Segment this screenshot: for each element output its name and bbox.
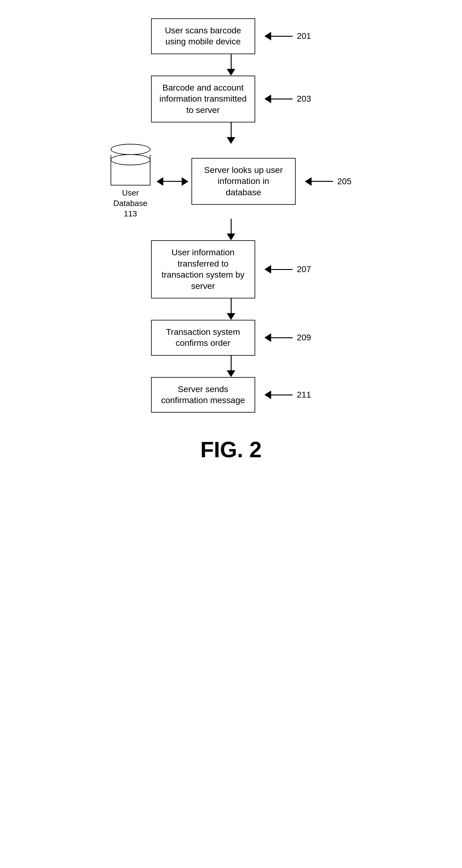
db-top <box>111 144 150 155</box>
arrowhead-down-201-203 <box>227 69 235 75</box>
arrowline-209 <box>271 337 293 338</box>
step-203-ref-group: 203 <box>264 94 311 104</box>
diagram-container: User scans barcode using mobile device 2… <box>0 0 462 480</box>
step-209-box: Transaction system confirms order <box>151 320 255 355</box>
step-203-box: Barcode and account information transmit… <box>151 75 255 122</box>
arrowhead-down-209-211 <box>227 370 235 377</box>
step-201-box: User scans barcode using mobile device <box>151 18 255 54</box>
step-203-label: Barcode and account information transmit… <box>159 83 247 115</box>
ref-201: 201 <box>297 31 311 41</box>
step-211-label: Server sends confirmation message <box>161 384 245 405</box>
arrowline-201 <box>271 36 293 37</box>
arrowhead-203 <box>264 95 271 103</box>
ref-209: 209 <box>297 333 311 342</box>
step-211-box: Server sends confirmation message <box>151 377 255 413</box>
arrowline-205 <box>312 181 333 182</box>
db-bottom-ellipse <box>111 154 150 165</box>
connector-209-211 <box>227 355 235 377</box>
arrow-211 <box>264 391 293 399</box>
arrowhead-down-203-205 <box>227 137 235 144</box>
line-207-209 <box>231 299 232 313</box>
line-203-205 <box>231 122 232 137</box>
arrow-207 <box>264 265 293 274</box>
step-209-ref-group: 209 <box>264 333 311 342</box>
line-209-211 <box>231 355 232 370</box>
step-207-box: User information transferred to transact… <box>151 240 255 299</box>
db-cylinder <box>111 144 150 185</box>
connector-201-203 <box>227 54 235 75</box>
step-205-ref-group: 205 <box>305 177 352 186</box>
line-201-203 <box>231 54 232 69</box>
db-double-arrow <box>156 177 189 186</box>
fig-label-text: FIG. 2 <box>200 437 262 462</box>
ref-207: 207 <box>297 265 311 274</box>
step-207-label: User information transferred to transact… <box>162 248 244 290</box>
step-201-ref-group: 201 <box>264 31 311 41</box>
figure-label: FIG. 2 <box>200 437 262 480</box>
database-box: UserDatabase113 <box>111 144 150 219</box>
arrow-203 <box>264 95 293 103</box>
connector-207-209 <box>227 299 235 320</box>
step-row-211: Server sends confirmation message 211 <box>93 377 369 413</box>
arrowhead-207 <box>264 265 271 274</box>
step-207-ref-group: 207 <box>264 265 311 274</box>
step-201-label: User scans barcode using mobile device <box>165 26 241 46</box>
arrowhead-down-205-207 <box>227 234 235 240</box>
arrowhead-down-207-209 <box>227 313 235 320</box>
step-205-label: Server looks up user information in data… <box>204 165 283 197</box>
ref-211: 211 <box>297 390 311 400</box>
database-group: UserDatabase113 <box>111 144 189 219</box>
step-row-209: Transaction system confirms order 209 <box>93 320 369 355</box>
arrowhead-205 <box>305 177 312 186</box>
connector-203-205 <box>227 122 235 144</box>
arrow-205 <box>305 177 333 186</box>
arrowhead-209 <box>264 333 271 342</box>
step-209-label: Transaction system confirms order <box>166 327 240 348</box>
line-205-207 <box>231 219 232 234</box>
step-row-201: User scans barcode using mobile device 2… <box>93 18 369 54</box>
db-arrowhead-left <box>156 177 163 186</box>
db-label: UserDatabase113 <box>113 188 147 219</box>
connector-205-207 <box>227 219 235 240</box>
arrowline-203 <box>271 98 293 99</box>
arrowhead-201 <box>264 32 271 40</box>
arrow-209 <box>264 333 293 342</box>
db-label-text: UserDatabase113 <box>113 188 147 218</box>
step-211-ref-group: 211 <box>264 390 311 400</box>
step-row-205: UserDatabase113 Server looks up user inf… <box>93 144 369 219</box>
arrowline-207 <box>271 269 293 270</box>
db-arrow-line <box>163 181 182 182</box>
step-row-207: User information transferred to transact… <box>93 240 369 299</box>
ref-203: 203 <box>297 94 311 104</box>
ref-205: 205 <box>337 177 352 186</box>
db-arrowhead-right <box>182 177 189 186</box>
db-body <box>111 155 150 185</box>
step-205-box: Server looks up user information in data… <box>192 158 296 205</box>
step-row-203: Barcode and account information transmit… <box>93 75 369 122</box>
arrowhead-211 <box>264 391 271 399</box>
arrowline-211 <box>271 395 293 396</box>
arrow-201 <box>264 32 293 40</box>
